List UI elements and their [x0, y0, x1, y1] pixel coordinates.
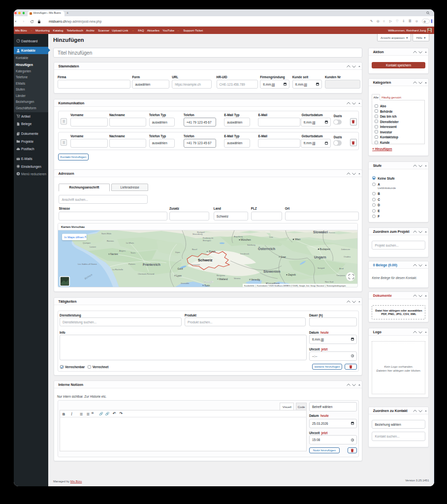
svg-text:Linz: Linz [269, 236, 273, 238]
svg-text:Turin: Turin [204, 284, 210, 287]
svg-text:Mailand: Mailand [219, 278, 228, 281]
svg-text:Venedig: Venedig [251, 278, 260, 281]
svg-text:Lorient: Lorient [90, 246, 96, 248]
svg-text:Kurzbefehle | Kartendaten ©2: Kurzbefehle | Kartendaten ©2026 GeoBasis… [244, 284, 346, 287]
svg-text:Lyon: Lyon [176, 274, 182, 277]
svg-text:Innsbruck: Innsbruck [240, 252, 250, 255]
svg-text:Lausanne: Lausanne [191, 263, 200, 266]
svg-text:Poitiers: Poitiers [128, 263, 135, 265]
svg-text:Oradea: Oradea [344, 255, 351, 258]
svg-text:Angers: Angers [119, 250, 126, 252]
svg-text:Zürich: Zürich [209, 250, 216, 253]
svg-text:Rennes: Rennes [107, 240, 114, 242]
svg-text:Augsburg: Augsburg [234, 235, 243, 238]
svg-text:Verona: Verona [234, 277, 241, 280]
svg-text:Salzburg: Salzburg [247, 244, 255, 246]
svg-text:Ungarn: Ungarn [314, 255, 326, 259]
svg-text:Kosice: Kosice [329, 231, 335, 234]
svg-text:Breisgau: Breisgau [203, 239, 211, 242]
svg-text:Tours: Tours [130, 252, 135, 254]
svg-text:Graz: Graz [281, 255, 286, 258]
svg-text:Grenoble: Grenoble [181, 282, 190, 284]
svg-text:Schweiz: Schweiz [198, 258, 213, 262]
svg-text:Google: Google [203, 280, 214, 284]
svg-text:Debrecen: Debrecen [341, 248, 351, 251]
svg-text:München: München [241, 238, 251, 241]
svg-text:Zagreb: Zagreb [288, 273, 296, 276]
svg-text:Quimper: Quimper [83, 242, 91, 244]
svg-text:Slowenien: Slowenien [263, 270, 281, 273]
svg-text:La Rochelle: La Rochelle [112, 268, 124, 271]
svg-text:Saint-Malo: Saint-Malo [101, 232, 112, 235]
svg-text:Timișoara: Timișoara [336, 274, 346, 277]
svg-text:Le Mans: Le Mans [126, 242, 134, 244]
svg-text:Arad: Arad [339, 267, 344, 270]
svg-text:Slowakei: Slowakei [313, 230, 328, 234]
svg-text:In Maps öffnen ⇱: In Maps öffnen ⇱ [64, 236, 87, 239]
svg-text:Szeged: Szeged [318, 267, 325, 269]
svg-text:Bergamo: Bergamo [217, 274, 225, 277]
svg-text:Basel: Basel [192, 248, 197, 251]
svg-text:Clermont-Ferrand: Clermont-Ferrand [138, 273, 155, 275]
svg-text:Budapest: Budapest [320, 248, 331, 251]
svg-text:Nantes: Nantes [110, 252, 118, 255]
svg-text:Frankreich: Frankreich [143, 263, 160, 266]
svg-text:Österreich: Österreich [258, 247, 275, 251]
svg-text:Wien: Wien [295, 238, 301, 241]
svg-text:Les Sables-d'Olonne: Les Sables-d'Olonne [78, 263, 97, 265]
svg-text:Novi Sad: Novi Sad [325, 281, 334, 283]
svg-text:Dijon: Dijon [175, 251, 180, 253]
svg-text:Strassburg: Strassburg [192, 233, 203, 235]
svg-text:Genf: Genf [178, 267, 183, 270]
